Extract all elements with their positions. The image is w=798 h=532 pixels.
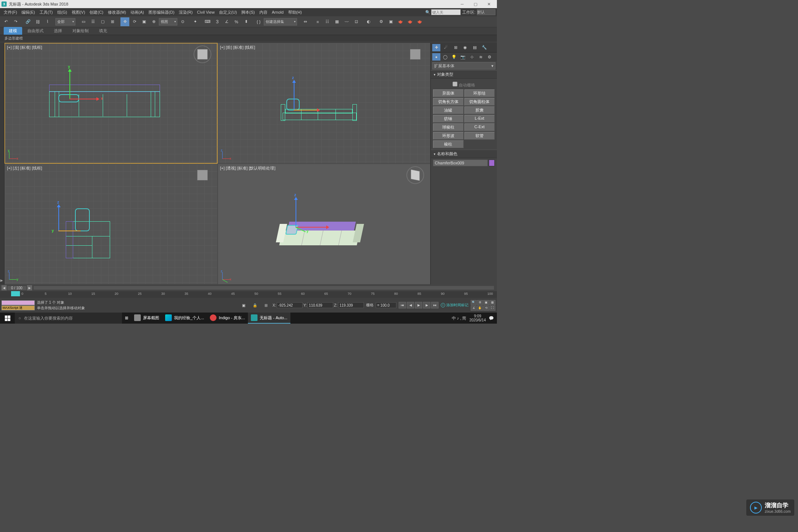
viewcube-front[interactable] xyxy=(408,47,423,62)
btn-l-ext[interactable]: L-Ext xyxy=(464,115,495,123)
time-ruler-handle[interactable] xyxy=(11,291,20,296)
time-slider-track[interactable] xyxy=(34,286,494,290)
window-crossing-button[interactable]: ⊞ xyxy=(108,17,117,26)
time-frame-display[interactable]: 0 / 100 xyxy=(7,286,26,290)
cp-sub-spacewarps[interactable]: ≋ xyxy=(477,53,485,61)
btn-capsule[interactable]: 胶囊 xyxy=(464,106,495,114)
render-button[interactable]: 🫖 xyxy=(396,17,405,26)
taskbar-task-view[interactable]: ⊞ xyxy=(122,313,131,324)
btn-prism[interactable]: 棱柱 xyxy=(433,140,464,148)
close-button[interactable]: ✕ xyxy=(482,0,495,8)
menu-rendering[interactable]: 渲染(R) xyxy=(177,9,195,16)
menu-scripting[interactable]: 脚本(S) xyxy=(239,9,257,16)
use-pivot-button[interactable]: ⊙ xyxy=(178,17,187,26)
mirror-button[interactable]: ⇔ xyxy=(301,17,310,26)
minimize-button[interactable]: ─ xyxy=(456,0,469,8)
keyboard-shortcut-button[interactable]: ⌨ xyxy=(203,17,212,26)
cp-tab-modify[interactable]: ☄ xyxy=(442,44,450,51)
cp-tab-display[interactable]: ▤ xyxy=(471,44,479,51)
ribbon-tab-selection[interactable]: 选择 xyxy=(49,27,67,35)
play-script-icon[interactable]: ▶ xyxy=(0,279,4,282)
percent-snap-button[interactable]: % xyxy=(232,17,241,26)
prev-frame-button[interactable]: ◀ xyxy=(407,302,414,308)
viewport-label-left[interactable]: [+] [左] [标准] [线框] xyxy=(7,166,42,171)
spinner-snap-button[interactable]: ⬍ xyxy=(242,17,250,26)
cp-category-dropdown[interactable]: 扩展基本体 xyxy=(432,62,495,69)
viewport-label-front[interactable]: [+] [前] [标准] [线框] xyxy=(220,45,255,50)
btn-gengon[interactable]: 球棱柱 xyxy=(433,123,464,131)
material-editor-button[interactable]: ◐ xyxy=(364,17,373,26)
menu-edit[interactable]: 编辑(E) xyxy=(19,9,37,16)
cp-object-color-swatch[interactable] xyxy=(489,160,495,166)
select-region-button[interactable]: ▢ xyxy=(98,17,107,26)
schematic-view-button[interactable]: ⊡ xyxy=(352,17,361,26)
cp-sub-helpers[interactable]: ⊹ xyxy=(468,53,476,61)
btn-chamferbox[interactable]: 切角长方体 xyxy=(433,98,464,106)
menu-help[interactable]: 帮助(H) xyxy=(286,9,304,16)
menu-views[interactable]: 视图(V) xyxy=(69,9,88,16)
workspace-dropdown[interactable]: 默认 xyxy=(477,9,495,15)
angle-snap-button[interactable]: ∠ xyxy=(222,17,231,26)
next-frame-button[interactable]: ▶ xyxy=(423,302,430,308)
tray-ime[interactable]: 中 ♪ , 简 xyxy=(452,316,467,321)
add-time-tag-button[interactable]: + 添加时间标记 xyxy=(441,303,468,308)
render-iterative-button[interactable]: 🫖 xyxy=(406,17,415,26)
bind-spacewarp-button[interactable]: ⌇ xyxy=(43,17,52,26)
cp-tab-motion[interactable]: ◉ xyxy=(461,44,469,51)
goto-start-button[interactable]: ⏮ xyxy=(399,302,406,308)
viewport-top[interactable]: [+] [顶] [标准] [线框] x y xy xyxy=(5,43,217,163)
cp-tab-utilities[interactable]: 🔧 xyxy=(480,44,488,51)
menu-customize[interactable]: 自定义(U) xyxy=(217,9,239,16)
select-object-button[interactable]: ▭ xyxy=(79,17,88,26)
time-next-button[interactable]: ▶ xyxy=(27,285,32,290)
btn-hose[interactable]: 软管 xyxy=(464,132,495,140)
viewcube-left[interactable] xyxy=(195,168,210,183)
cp-tab-hierarchy[interactable]: ⊞ xyxy=(451,44,460,51)
zoom-button[interactable]: 🔍 xyxy=(471,300,477,305)
align-button[interactable]: ≡ xyxy=(313,17,322,26)
unlink-button[interactable]: ⛓ xyxy=(33,17,42,26)
menu-group[interactable]: 组(G) xyxy=(55,9,69,16)
max-toggle-button[interactable]: ⛶ xyxy=(490,306,495,311)
menu-civil-view[interactable]: Civil View xyxy=(195,9,216,15)
ribbon-tab-object-paint[interactable]: 对象绘制 xyxy=(67,27,94,35)
menu-modifiers[interactable]: 修改器(M) xyxy=(106,9,129,16)
taskbar-search[interactable]: ○ 在这里输入你要搜索的内容 xyxy=(15,313,122,324)
btn-c-ext[interactable]: C-Ext xyxy=(464,123,495,131)
play-button[interactable]: ▶ xyxy=(415,302,422,308)
btn-spindle[interactable]: 纺锤 xyxy=(433,115,464,123)
menu-content[interactable]: 内容 xyxy=(257,9,270,16)
time-prev-button[interactable]: ◀ xyxy=(1,285,7,290)
viewport-perspective[interactable]: [+] [透视] [标准] [默认明暗处理] z y xyxy=(218,164,430,284)
help-search-input[interactable] xyxy=(431,9,461,15)
zoom-extents-all-button[interactable]: ▦ xyxy=(490,300,495,305)
cp-sub-geometry[interactable]: ● xyxy=(432,53,440,61)
isolate-selection-button[interactable]: ▣ xyxy=(239,301,248,310)
taskbar-edge[interactable]: 我的经验_个人... xyxy=(162,313,207,324)
cp-sub-cameras[interactable]: 📷 xyxy=(459,53,467,61)
selection-filter-dropdown[interactable]: 全部 xyxy=(55,18,75,25)
render-setup-button[interactable]: ⚙ xyxy=(377,17,386,26)
cp-sub-lights[interactable]: 💡 xyxy=(450,53,458,61)
status-tag-input[interactable] xyxy=(1,300,35,305)
tray-clock[interactable]: 9:09 2020/6/14 xyxy=(470,314,486,322)
rendered-frame-button[interactable]: ▣ xyxy=(386,17,395,26)
menu-animation[interactable]: 动画(A) xyxy=(128,9,146,16)
undo-button[interactable]: ↶ xyxy=(1,17,10,26)
edit-selection-set-button[interactable]: { } xyxy=(254,17,263,26)
menu-create[interactable]: 创建(C) xyxy=(87,9,105,16)
menu-tools[interactable]: 工具(T) xyxy=(37,9,55,16)
menu-graph-editors[interactable]: 图形编辑器(D) xyxy=(146,9,177,16)
scale-button[interactable]: ▣ xyxy=(140,17,149,26)
btn-hedra[interactable]: 异面体 xyxy=(433,89,464,97)
ribbon-tab-modeling[interactable]: 建模 xyxy=(4,27,22,35)
coord-z-input[interactable]: 119.339 xyxy=(338,302,364,308)
layers-button[interactable]: ☷ xyxy=(323,17,332,26)
toggle-ribbon-button[interactable]: ▦ xyxy=(332,17,341,26)
zoom-all-button[interactable]: ⊞ xyxy=(477,300,483,305)
btn-chamfercyl[interactable]: 切角圆柱体 xyxy=(464,98,495,106)
tray-notifications-icon[interactable]: 💬 xyxy=(489,316,494,321)
named-selection-dropdown[interactable]: 创建选择集 xyxy=(264,18,297,25)
maxscript-listener[interactable] xyxy=(1,306,35,310)
rotate-button[interactable]: ⟳ xyxy=(130,17,139,26)
